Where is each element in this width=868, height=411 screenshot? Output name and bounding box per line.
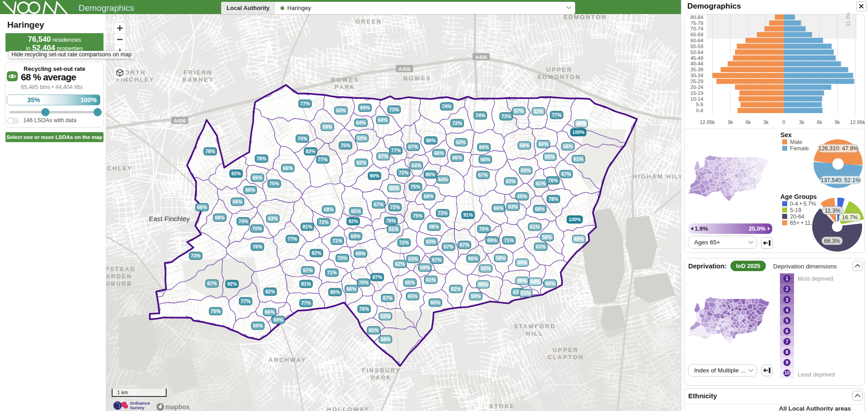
svg-text:Ethnicity: Ethnicity [688,392,717,400]
svg-text:9: 9 [786,360,789,365]
svg-text:72%: 72% [390,204,400,210]
svg-text:55%: 55% [481,266,491,271]
svg-text:9k: 9k [835,119,840,125]
svg-text:49%: 49% [517,278,527,283]
svg-text:50-54: 50-54 [690,50,703,55]
svg-text:75%: 75% [269,181,279,186]
svg-text:0-4 • 5.7%: 0-4 • 5.7% [790,201,816,207]
svg-text:HOLLOWAY: HOLLOWAY [327,406,370,411]
svg-text:10: 10 [784,370,790,376]
svg-text:70%: 70% [252,226,262,231]
svg-text:68%: 68% [424,193,434,199]
svg-text:mapbox: mapbox [165,403,190,411]
svg-text:63%: 63% [408,256,418,262]
svg-text:73%: 73% [501,114,511,119]
svg-text:A406: A406 [399,66,410,72]
svg-text:12.95k: 12.95k [700,119,715,125]
svg-text:77%: 77% [301,300,311,306]
svg-text:45-49: 45-49 [690,55,703,61]
svg-text:63%: 63% [456,139,466,145]
svg-text:90%: 90% [370,173,380,178]
svg-text:80-84: 80-84 [690,15,703,20]
svg-text:80%: 80% [330,289,340,295]
svg-text:40-44: 40-44 [690,61,703,66]
svg-text:6: 6 [786,328,789,334]
svg-text:67%: 67% [207,281,217,286]
svg-text:76%: 76% [359,306,369,312]
svg-text:60-64: 60-64 [690,38,703,43]
svg-text:STOKE: STOKE [489,403,515,410]
svg-text:All Local Authority areas: All Local Authority areas [779,405,851,411]
svg-text:55-59: 55-59 [690,44,703,49]
svg-text:68%: 68% [324,207,334,212]
svg-text:75%: 75% [340,143,350,148]
svg-text:EDMONTON: EDMONTON [563,14,607,20]
svg-text:IoD 2025: IoD 2025 [736,262,760,269]
svg-text:63%: 63% [506,178,516,184]
svg-text:76%: 76% [252,244,262,249]
svg-text:Index of Multiple ...: Index of Multiple ... [694,367,745,374]
svg-text:58%: 58% [542,234,552,240]
svg-text:74%: 74% [238,218,248,224]
svg-text:6k: 6k [817,119,822,125]
svg-text:35-39: 35-39 [690,67,703,72]
svg-text:59%: 59% [322,124,332,129]
svg-text:68%: 68% [245,187,255,193]
svg-text:11.3%: 11.3% [825,208,841,214]
svg-text:50%: 50% [389,185,399,191]
svg-text:67%: 67% [408,144,418,149]
svg-text:57%: 57% [514,108,524,114]
svg-text:PARK: PARK [371,374,392,381]
svg-text:67%: 67% [561,171,571,177]
svg-text:25.0%: 25.0% [749,225,765,232]
svg-text:75-79: 75-79 [690,20,703,26]
svg-text:68%: 68% [355,251,365,256]
svg-text:ORTH: ORTH [125,69,146,76]
svg-text:51%: 51% [521,290,531,296]
svg-text:63%: 63% [508,204,518,209]
svg-text:UPPER: UPPER [552,347,578,353]
svg-text:78%: 78% [548,196,558,202]
svg-text:49%: 49% [574,236,584,242]
svg-text:69%: 69% [273,317,283,322]
svg-text:82%: 82% [311,250,321,256]
svg-text:64%: 64% [378,117,388,123]
svg-text:73%: 73% [191,253,201,258]
svg-text:71%: 71% [332,238,342,243]
svg-text:69%: 69% [350,233,360,239]
svg-text:44%: 44% [530,279,540,284]
svg-text:69%: 69% [487,238,497,243]
svg-text:61%: 61% [389,226,399,232]
svg-text:69%: 69% [253,323,263,328]
svg-text:49%: 49% [517,260,527,265]
svg-text:77%: 77% [391,148,401,153]
svg-text:Age Groups: Age Groups [780,193,817,200]
svg-text:61%: 61% [426,277,436,282]
svg-text:UPPER: UPPER [546,66,572,73]
svg-text:5-19: 5-19 [790,207,801,213]
svg-text:92%: 92% [231,171,241,176]
svg-text:68%: 68% [215,215,225,220]
svg-text:2: 2 [786,286,789,292]
svg-text:67%: 67% [459,242,469,248]
svg-text:70%: 70% [337,255,347,261]
svg-text:9k: 9k [728,119,733,125]
svg-text:61%: 61% [536,181,546,186]
svg-text:25-29: 25-29 [690,79,703,84]
svg-text:65%: 65% [517,193,527,199]
svg-text:0: 0 [783,119,785,125]
svg-text:68%: 68% [429,224,439,229]
svg-text:72%: 72% [399,170,409,175]
svg-text:77%: 77% [287,236,297,242]
svg-text:Deprivation dimensions: Deprivation dimensions [773,263,837,270]
svg-text:66%: 66% [493,205,503,211]
svg-text:91%: 91% [463,212,473,218]
svg-text:70%: 70% [479,226,489,232]
svg-text:81%: 81% [302,224,312,229]
svg-text:HIGHAM HILL: HIGHAM HILL [633,173,681,180]
svg-text:66%: 66% [283,165,293,171]
svg-text:65%: 65% [405,280,415,285]
svg-text:70%: 70% [359,280,369,285]
svg-text:66%: 66% [434,150,444,156]
svg-text:Sex: Sex [780,131,792,139]
